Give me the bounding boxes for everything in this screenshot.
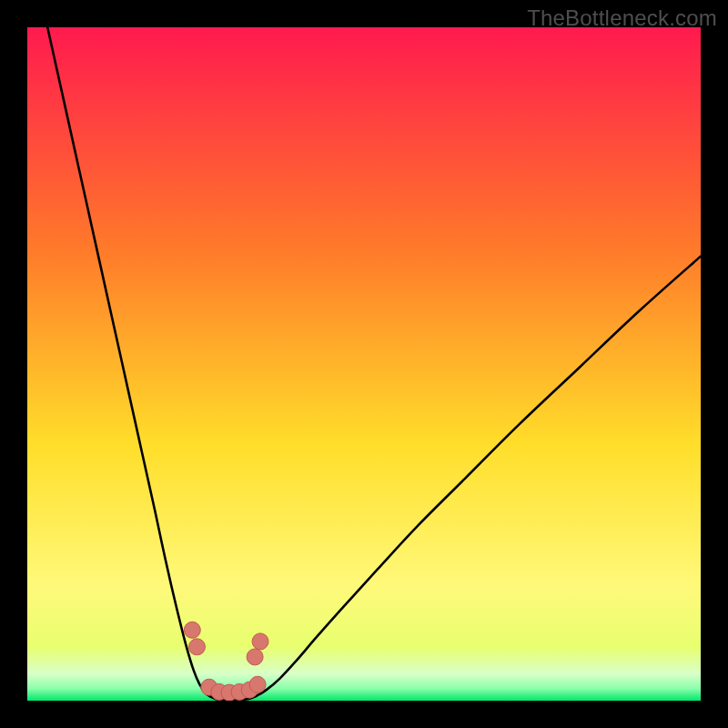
outer-frame: TheBottleneck.com xyxy=(0,0,728,728)
plot-area xyxy=(27,27,701,701)
data-marker xyxy=(188,639,205,655)
watermark-text: TheBottleneck.com xyxy=(527,5,717,31)
data-marker xyxy=(184,622,200,638)
data-marker xyxy=(252,633,268,650)
gradient-background xyxy=(27,27,701,701)
data-marker xyxy=(249,676,266,693)
chart-svg xyxy=(27,27,701,701)
data-marker xyxy=(247,649,263,665)
